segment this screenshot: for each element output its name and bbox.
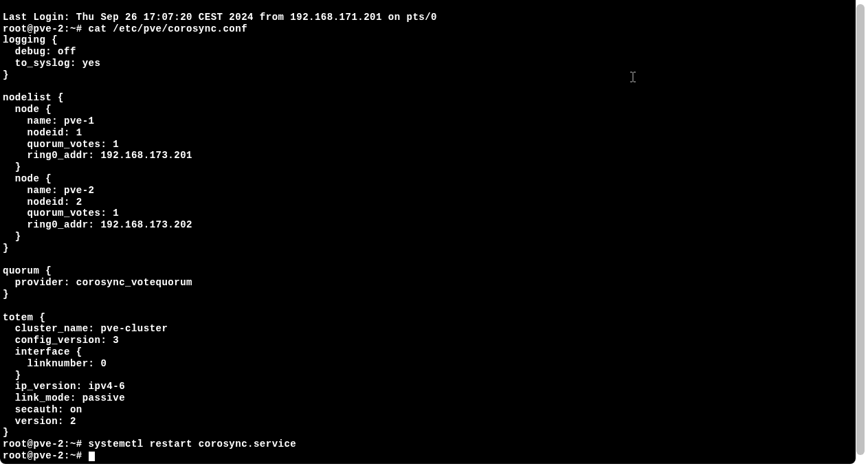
terminal-line: root@pve-2:~# systemctl restart corosync… — [3, 439, 296, 450]
terminal-line: } — [3, 162, 21, 173]
terminal-line: debug: off — [3, 46, 76, 57]
terminal-line: nodeid: 2 — [3, 197, 82, 208]
terminal-line: } — [3, 243, 9, 254]
scrollbar-thumb[interactable] — [856, 4, 865, 455]
terminal-line: interface { — [3, 346, 82, 357]
terminal-line: logging { — [3, 34, 58, 45]
terminal-line: } — [3, 427, 9, 438]
terminal-line: } — [3, 370, 21, 381]
terminal-prompt-line: root@pve-2:~# — [3, 450, 95, 461]
terminal-line: provider: corosync_votequorum — [3, 277, 192, 288]
scrollbar-track[interactable] — [857, 0, 867, 461]
terminal-line: name: pve-2 — [3, 185, 95, 196]
terminal-line: version: 2 — [3, 416, 76, 427]
terminal-line: totem { — [3, 312, 45, 323]
terminal-line: to_syslog: yes — [3, 58, 100, 69]
terminal-line: config_version: 3 — [3, 335, 119, 346]
terminal-line: ring0_addr: 192.168.173.201 — [3, 150, 192, 161]
terminal-line: quorum_votes: 1 — [3, 139, 119, 150]
terminal-line: nodeid: 1 — [3, 127, 82, 138]
terminal-line: } — [3, 289, 9, 300]
terminal-cursor — [89, 452, 95, 461]
terminal-output[interactable]: Last Login: Thu Sep 26 17:07:20 CEST 202… — [3, 0, 853, 461]
terminal-line: ring0_addr: 192.168.173.202 — [3, 219, 192, 230]
terminal-line: node { — [3, 173, 52, 184]
terminal-line: } — [3, 231, 21, 242]
terminal-line: node { — [3, 104, 52, 115]
terminal-line: ip_version: ipv4-6 — [3, 381, 125, 392]
terminal-line: linknumber: 0 — [3, 358, 107, 369]
terminal-line: name: pve-1 — [3, 115, 95, 126]
terminal-line: Last Login: Thu Sep 26 17:07:20 CEST 202… — [3, 12, 437, 23]
terminal-line: link_mode: passive — [3, 392, 125, 403]
terminal-line: } — [3, 69, 9, 80]
terminal-line: root@pve-2:~# cat /etc/pve/corosync.conf — [3, 23, 247, 34]
terminal-line: nodelist { — [3, 92, 64, 103]
terminal-window[interactable]: Last Login: Thu Sep 26 17:07:20 CEST 202… — [0, 0, 856, 464]
terminal-line: secauth: on — [3, 404, 82, 415]
terminal-line: cluster_name: pve-cluster — [3, 323, 168, 334]
terminal-prompt: root@pve-2:~# — [3, 450, 89, 461]
terminal-line: quorum { — [3, 265, 52, 276]
terminal-line: quorum_votes: 1 — [3, 208, 119, 219]
